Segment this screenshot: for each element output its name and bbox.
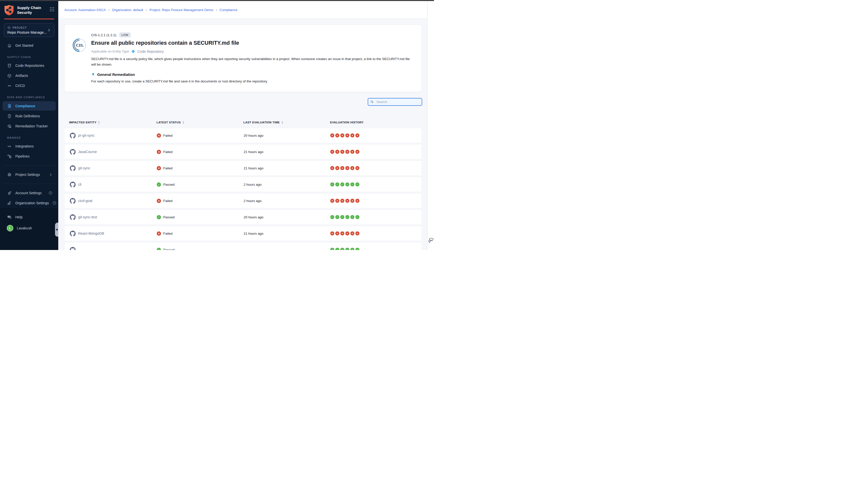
impacted-entity-cell[interactable] <box>65 247 157 250</box>
sidebar-item-help[interactable]: ? Help <box>2 212 56 222</box>
status-failed-icon: × <box>157 199 161 203</box>
entity-name[interactable]: JavaCourse <box>78 150 97 154</box>
table-header-row: IMPACTED ENTITY LATEST STATUS LAST EVALU… <box>64 120 422 125</box>
lightbulb-icon <box>91 72 95 77</box>
breadcrumb-item-0[interactable]: Account: Automation-SSCA <box>64 8 106 12</box>
status-passed-icon: ✓ <box>157 248 161 250</box>
github-icon <box>70 182 76 188</box>
sidebar-item-rule-definitions[interactable]: Rule Definitions <box>2 111 56 121</box>
github-icon <box>70 133 76 138</box>
evaluation-passed-icon: ✓ <box>335 182 339 186</box>
search-input[interactable] <box>376 100 421 104</box>
box-wrench-icon <box>7 124 12 129</box>
evaluation-failed-icon: × <box>335 231 339 236</box>
entity-name[interactable]: pr-git-sync <box>78 134 94 137</box>
evaluation-history-cell: ✓✓✓✓✓✓ <box>330 215 422 219</box>
entity-name[interactable]: cli <box>78 182 81 186</box>
sidebar-bottom-section: ? Help L Lavakush <box>0 208 58 250</box>
main-area: Account: Automation-SSCA›Organization: d… <box>58 1 434 250</box>
status-failed-icon: × <box>157 134 161 138</box>
sidebar-item-artifacts[interactable]: Artifacts <box>2 71 56 81</box>
sidebar-item-remediation-tracker[interactable]: Remediation Tracker <box>2 121 56 131</box>
table-row[interactable]: cicd-goat × Failed 2 hours ago ×××××× <box>64 193 422 208</box>
clipboard-check-icon <box>7 114 12 118</box>
sidebar-item-ci-cd[interactable]: CI/CD <box>2 81 56 91</box>
evaluation-failed-icon: × <box>330 199 334 203</box>
breadcrumb-item-1[interactable]: Organization: default <box>112 8 143 12</box>
impacted-entity-cell[interactable]: git-sync <box>65 165 157 171</box>
doc-search-icon <box>7 103 12 109</box>
rule-description: SECURITY.md file is a security policy fi… <box>91 56 413 67</box>
sidebar-item-project-settings[interactable]: Project Settings <box>2 170 56 180</box>
remediation-text: For each repository in use, create a SEC… <box>91 79 413 83</box>
sidebar-collapse-handle[interactable] <box>55 223 58 237</box>
sidebar-item-integrations[interactable]: Integrations <box>2 141 56 151</box>
impacted-entity-cell[interactable]: React-MongoDB <box>65 231 157 236</box>
status-label: Failed <box>163 232 173 236</box>
impacted-entity-cell[interactable]: cli <box>65 182 157 188</box>
sidebar-item-compliance[interactable]: Compliance <box>2 101 56 111</box>
table-row[interactable]: git-sync-test ✓ Passed 20 hours ago ✓✓✓✓… <box>64 209 422 225</box>
code-repository-icon: </> <box>131 49 135 54</box>
project-selector[interactable]: PROJECT Repo Posture Manage... <box>4 23 54 37</box>
evaluation-failed-icon: × <box>355 134 359 137</box>
applicable-row: Applicable on Entity Type </> Code Repos… <box>91 49 413 54</box>
content-scroll-area: CIS. CIS-1.2.1 (1.2.1) LOW Ensure all pu… <box>58 19 427 250</box>
status-label: Failed <box>163 134 173 137</box>
evaluation-failed-icon: × <box>335 134 339 137</box>
breadcrumb-item-2[interactable]: Project: Repo Posture Management Demo <box>149 8 213 12</box>
impacted-entity-cell[interactable]: git-sync-test <box>65 214 157 220</box>
sidebar: Supply Chain Security PROJECT Repo Postu… <box>0 1 58 250</box>
evaluation-passed-icon: ✓ <box>330 215 334 219</box>
breadcrumb: Account: Automation-SSCA›Organization: d… <box>58 1 434 19</box>
sidebar-section-supply-chain: SUPPLY CHAIN <box>0 50 58 60</box>
impacted-entity-cell[interactable]: pr-git-sync <box>65 133 157 138</box>
entity-name[interactable]: React-MongoDB <box>78 231 104 236</box>
sidebar-item-account-settings[interactable]: Account Settings <box>2 188 56 198</box>
column-header-impacted-entity[interactable]: IMPACTED ENTITY <box>64 121 157 124</box>
sidebar-item-code-repositories[interactable]: Code Repositories <box>2 60 56 71</box>
entity-name[interactable]: cicd-goat <box>78 199 92 203</box>
sidebar-item-organization-settings[interactable]: Organization Settings <box>2 198 56 208</box>
search-box <box>368 98 422 106</box>
table-row[interactable]: pr-git-sync × Failed 20 hours ago ×××××× <box>64 128 422 143</box>
evaluation-failed-icon: × <box>350 199 355 203</box>
app-switcher-grid-icon[interactable] <box>49 7 55 12</box>
evaluation-failed-icon: × <box>350 231 355 236</box>
sidebar-section-risk-and-compliance: RISK AND COMPLIANCE <box>0 91 58 101</box>
entity-name[interactable]: git-sync-test <box>78 215 97 219</box>
project-cube-icon <box>7 26 11 30</box>
status-label: Passed <box>163 248 175 250</box>
evaluation-failed-icon: × <box>355 150 359 154</box>
table-row[interactable]: ✓ Passed ✓✓✓✓✓✓ <box>64 242 422 250</box>
evaluation-failed-icon: × <box>345 199 349 203</box>
column-header-last-evaluation-time[interactable]: LAST EVALUATION TIME <box>243 121 330 124</box>
table-row[interactable]: cli ✓ Passed 2 hours ago ✓✓✓✓✓✓ <box>64 177 422 192</box>
feedback-chat-icon[interactable] <box>428 237 434 243</box>
evaluation-passed-icon: ✓ <box>340 248 344 250</box>
latest-status-cell: ✓ Passed <box>157 215 244 219</box>
cis-logo: CIS. <box>72 38 86 53</box>
table-row[interactable]: React-MongoDB × Failed 21 hours ago ××××… <box>64 226 422 241</box>
impacted-entity-cell[interactable]: JavaCourse <box>65 149 157 155</box>
evaluation-failed-icon: × <box>350 134 355 137</box>
status-failed-icon: × <box>157 231 161 236</box>
impacted-entity-cell[interactable]: cicd-goat <box>65 198 157 204</box>
last-evaluation-time-cell: 2 hours ago <box>244 183 330 186</box>
column-header-latest-status[interactable]: LATEST STATUS <box>157 121 243 124</box>
table-row[interactable]: git-sync × Failed 21 hours ago ×××××× <box>64 161 422 175</box>
help-label: Help <box>15 215 53 219</box>
evaluation-history-cell: ×××××× <box>330 134 422 137</box>
sidebar-item-user-profile[interactable]: L Lavakush <box>2 223 56 233</box>
project-label: PROJECT <box>13 26 27 29</box>
applicable-label: Applicable on Entity Type <box>91 49 129 53</box>
evaluation-passed-icon: ✓ <box>355 215 359 219</box>
entity-name[interactable]: git-sync <box>78 166 90 170</box>
evaluation-passed-icon: ✓ <box>350 248 355 250</box>
table-body: pr-git-sync × Failed 20 hours ago ××××××… <box>64 128 422 250</box>
sidebar-item-get-started[interactable]: Get Started <box>2 41 56 50</box>
breadcrumb-item-3[interactable]: Compliance <box>220 8 238 12</box>
sidebar-item-pipelines[interactable]: Pipelines <box>2 151 56 161</box>
table-row[interactable]: JavaCourse × Failed 21 hours ago ×××××× <box>64 144 422 159</box>
evaluation-failed-icon: × <box>335 150 339 154</box>
